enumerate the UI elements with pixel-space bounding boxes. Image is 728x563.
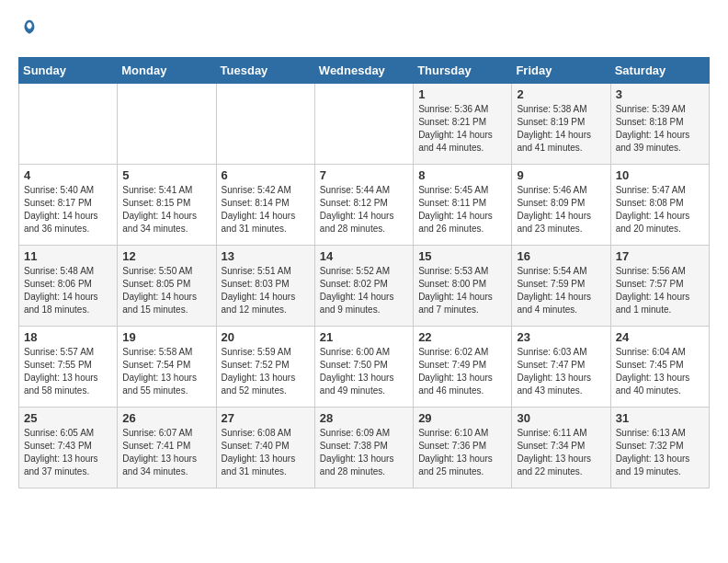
calendar-cell: 14Sunrise: 5:52 AM Sunset: 8:02 PM Dayli… (314, 245, 413, 326)
day-info: Sunrise: 6:00 AM Sunset: 7:50 PM Dayligh… (320, 346, 408, 397)
day-info: Sunrise: 5:41 AM Sunset: 8:15 PM Dayligh… (122, 184, 210, 236)
calendar-cell: 23Sunrise: 6:03 AM Sunset: 7:47 PM Dayli… (512, 326, 610, 407)
day-number: 22 (418, 330, 506, 344)
day-number: 16 (517, 249, 605, 263)
day-number: 11 (24, 249, 112, 263)
calendar-header-row: SundayMondayTuesdayWednesdayThursdayFrid… (19, 57, 710, 83)
weekday-header-wednesday: Wednesday (314, 57, 413, 83)
day-info: Sunrise: 5:38 AM Sunset: 8:19 PM Dayligh… (517, 103, 605, 155)
day-number: 13 (222, 249, 310, 263)
weekday-header-thursday: Thursday (414, 57, 512, 83)
calendar-cell: 21Sunrise: 6:00 AM Sunset: 7:50 PM Dayli… (314, 326, 413, 407)
day-number: 9 (517, 168, 605, 182)
calendar-week-row: 25Sunrise: 6:05 AM Sunset: 7:43 PM Dayli… (19, 407, 710, 488)
calendar-cell: 16Sunrise: 5:54 AM Sunset: 7:59 PM Dayli… (512, 245, 610, 326)
day-info: Sunrise: 6:07 AM Sunset: 7:41 PM Dayligh… (122, 427, 210, 478)
calendar-cell: 8Sunrise: 5:45 AM Sunset: 8:11 PM Daylig… (414, 164, 512, 245)
calendar-cell: 12Sunrise: 5:50 AM Sunset: 8:05 PM Dayli… (118, 245, 216, 326)
day-info: Sunrise: 6:04 AM Sunset: 7:45 PM Dayligh… (616, 346, 704, 397)
day-number: 3 (616, 87, 704, 101)
day-info: Sunrise: 6:13 AM Sunset: 7:32 PM Dayligh… (616, 427, 704, 478)
calendar-cell: 5Sunrise: 5:41 AM Sunset: 8:15 PM Daylig… (118, 164, 216, 245)
day-number: 18 (24, 330, 112, 344)
day-info: Sunrise: 5:50 AM Sunset: 8:05 PM Dayligh… (122, 265, 210, 316)
day-number: 30 (517, 411, 605, 425)
calendar-cell: 1Sunrise: 5:36 AM Sunset: 8:21 PM Daylig… (414, 83, 512, 164)
calendar-cell: 19Sunrise: 5:58 AM Sunset: 7:54 PM Dayli… (118, 326, 216, 407)
day-info: Sunrise: 5:52 AM Sunset: 8:02 PM Dayligh… (320, 265, 408, 316)
calendar-cell: 7Sunrise: 5:44 AM Sunset: 8:12 PM Daylig… (314, 164, 413, 245)
calendar-cell: 26Sunrise: 6:07 AM Sunset: 7:41 PM Dayli… (118, 407, 216, 488)
day-number: 17 (616, 249, 704, 263)
day-info: Sunrise: 5:39 AM Sunset: 8:18 PM Dayligh… (616, 103, 704, 155)
calendar-cell: 17Sunrise: 5:56 AM Sunset: 7:57 PM Dayli… (610, 245, 709, 326)
calendar-cell: 10Sunrise: 5:47 AM Sunset: 8:08 PM Dayli… (610, 164, 709, 245)
weekday-header-monday: Monday (118, 57, 216, 83)
day-info: Sunrise: 5:36 AM Sunset: 8:21 PM Dayligh… (418, 103, 506, 155)
calendar-cell: 2Sunrise: 5:38 AM Sunset: 8:19 PM Daylig… (512, 83, 610, 164)
calendar-cell: 22Sunrise: 6:02 AM Sunset: 7:49 PM Dayli… (414, 326, 512, 407)
calendar-cell: 30Sunrise: 6:11 AM Sunset: 7:34 PM Dayli… (512, 407, 610, 488)
day-info: Sunrise: 5:59 AM Sunset: 7:52 PM Dayligh… (222, 346, 310, 397)
day-info: Sunrise: 5:51 AM Sunset: 8:03 PM Dayligh… (222, 265, 310, 316)
day-info: Sunrise: 6:08 AM Sunset: 7:40 PM Dayligh… (222, 427, 310, 478)
day-info: Sunrise: 5:48 AM Sunset: 8:06 PM Dayligh… (24, 265, 112, 316)
day-number: 21 (320, 330, 408, 344)
calendar-cell: 24Sunrise: 6:04 AM Sunset: 7:45 PM Dayli… (610, 326, 709, 407)
calendar-cell: 4Sunrise: 5:40 AM Sunset: 8:17 PM Daylig… (19, 164, 118, 245)
day-info: Sunrise: 6:09 AM Sunset: 7:38 PM Dayligh… (320, 427, 408, 478)
calendar-table: SundayMondayTuesdayWednesdayThursdayFrid… (18, 57, 710, 488)
day-info: Sunrise: 6:05 AM Sunset: 7:43 PM Dayligh… (24, 427, 112, 478)
day-number: 29 (418, 411, 506, 425)
day-number: 27 (222, 411, 310, 425)
calendar-cell (118, 83, 216, 164)
day-info: Sunrise: 5:54 AM Sunset: 7:59 PM Dayligh… (517, 265, 605, 316)
calendar-cell: 15Sunrise: 5:53 AM Sunset: 8:00 PM Dayli… (414, 245, 512, 326)
day-number: 20 (222, 330, 310, 344)
day-info: Sunrise: 5:58 AM Sunset: 7:54 PM Dayligh… (122, 346, 210, 397)
day-number: 8 (418, 168, 506, 182)
weekday-header-tuesday: Tuesday (216, 57, 314, 83)
calendar-cell: 25Sunrise: 6:05 AM Sunset: 7:43 PM Dayli… (19, 407, 118, 488)
day-number: 24 (616, 330, 704, 344)
day-info: Sunrise: 5:46 AM Sunset: 8:09 PM Dayligh… (517, 184, 605, 236)
day-number: 28 (320, 411, 408, 425)
day-info: Sunrise: 5:57 AM Sunset: 7:55 PM Dayligh… (24, 346, 112, 397)
day-number: 31 (616, 411, 704, 425)
day-info: Sunrise: 5:56 AM Sunset: 7:57 PM Dayligh… (616, 265, 704, 316)
day-info: Sunrise: 6:03 AM Sunset: 7:47 PM Dayligh… (517, 346, 605, 397)
day-number: 15 (418, 249, 506, 263)
day-info: Sunrise: 5:44 AM Sunset: 8:12 PM Dayligh… (320, 184, 408, 236)
day-number: 10 (616, 168, 704, 182)
calendar-cell: 28Sunrise: 6:09 AM Sunset: 7:38 PM Dayli… (314, 407, 413, 488)
calendar-cell: 27Sunrise: 6:08 AM Sunset: 7:40 PM Dayli… (216, 407, 314, 488)
day-number: 14 (320, 249, 408, 263)
calendar-cell (19, 83, 118, 164)
day-number: 12 (122, 249, 210, 263)
weekday-header-friday: Friday (512, 57, 610, 83)
calendar-cell: 6Sunrise: 5:42 AM Sunset: 8:14 PM Daylig… (216, 164, 314, 245)
day-number: 25 (24, 411, 112, 425)
day-number: 19 (122, 330, 210, 344)
logo (18, 18, 39, 42)
day-number: 1 (418, 87, 506, 101)
day-info: Sunrise: 5:40 AM Sunset: 8:17 PM Dayligh… (24, 184, 112, 236)
calendar-week-row: 4Sunrise: 5:40 AM Sunset: 8:17 PM Daylig… (19, 164, 710, 245)
day-info: Sunrise: 6:11 AM Sunset: 7:34 PM Dayligh… (517, 427, 605, 478)
day-number: 6 (222, 168, 310, 182)
day-number: 26 (122, 411, 210, 425)
calendar-week-row: 18Sunrise: 5:57 AM Sunset: 7:55 PM Dayli… (19, 326, 710, 407)
page-header (18, 18, 710, 42)
calendar-cell: 3Sunrise: 5:39 AM Sunset: 8:18 PM Daylig… (610, 83, 709, 164)
calendar-cell: 9Sunrise: 5:46 AM Sunset: 8:09 PM Daylig… (512, 164, 610, 245)
day-number: 4 (24, 168, 112, 182)
day-info: Sunrise: 6:10 AM Sunset: 7:36 PM Dayligh… (418, 427, 506, 478)
calendar-week-row: 11Sunrise: 5:48 AM Sunset: 8:06 PM Dayli… (19, 245, 710, 326)
day-number: 5 (122, 168, 210, 182)
calendar-cell: 11Sunrise: 5:48 AM Sunset: 8:06 PM Dayli… (19, 245, 118, 326)
day-info: Sunrise: 5:45 AM Sunset: 8:11 PM Dayligh… (418, 184, 506, 236)
day-number: 23 (517, 330, 605, 344)
day-info: Sunrise: 6:02 AM Sunset: 7:49 PM Dayligh… (418, 346, 506, 397)
calendar-week-row: 1Sunrise: 5:36 AM Sunset: 8:21 PM Daylig… (19, 83, 710, 164)
calendar-cell: 29Sunrise: 6:10 AM Sunset: 7:36 PM Dayli… (414, 407, 512, 488)
